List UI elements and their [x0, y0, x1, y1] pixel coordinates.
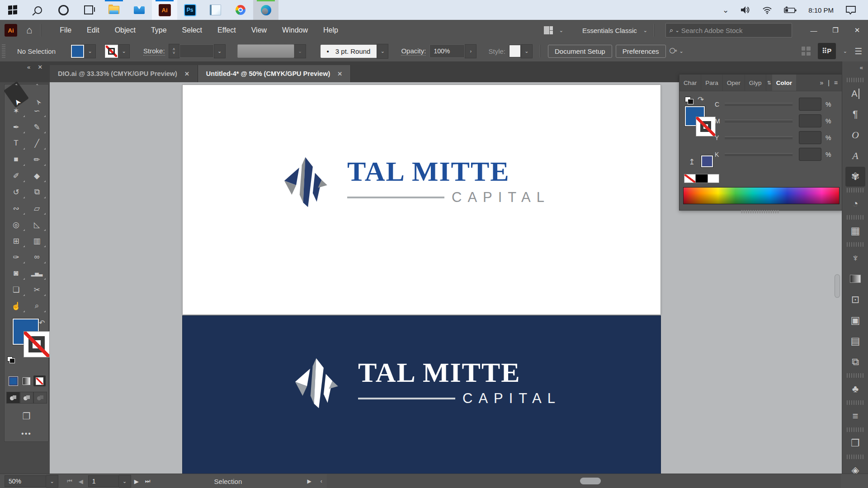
menu-item[interactable]: View: [244, 20, 274, 41]
artboard-1[interactable]: TAL MITTE CAPITAL: [183, 85, 660, 314]
artboard-dropdown-icon[interactable]: ⌄: [119, 475, 131, 488]
workspace-switcher[interactable]: Essentials Classic: [582, 27, 637, 34]
default-fill-stroke-icon[interactable]: [685, 97, 693, 103]
mail-button[interactable]: [127, 0, 152, 20]
illustrator-taskbar-button[interactable]: Ai: [152, 0, 177, 20]
opentype-panel-icon[interactable]: O: [845, 125, 865, 145]
last-color-swatch[interactable]: [701, 155, 713, 167]
artboards-panel-icon[interactable]: ❐: [845, 433, 865, 453]
properties-panel-toggle[interactable]: ⠿P: [818, 43, 836, 59]
tab-color[interactable]: Color: [772, 75, 796, 91]
previous-artboard-button[interactable]: ◀: [75, 478, 86, 485]
stroke-panel-icon[interactable]: ≡: [845, 406, 865, 426]
opacity-label[interactable]: Opacity:: [401, 47, 426, 56]
chevron-down-icon[interactable]: ⌄: [377, 44, 388, 59]
hand-tool[interactable]: ☝: [6, 298, 27, 314]
edit-toolbar-icon[interactable]: •••: [21, 430, 32, 438]
taskbar-clock[interactable]: 8:10 PM: [808, 6, 834, 14]
menu-item[interactable]: Window: [274, 20, 316, 41]
taskbar-search-button[interactable]: [25, 0, 51, 20]
menu-item[interactable]: Help: [316, 20, 346, 41]
chevron-down-icon[interactable]: ⌄: [559, 28, 563, 33]
notepad-button[interactable]: [203, 0, 228, 20]
stroke-proxy-swatch[interactable]: [24, 331, 50, 357]
swap-fill-stroke-icon[interactable]: ↶: [698, 95, 704, 104]
channel-slider[interactable]: [725, 120, 793, 122]
stroke-none-swatch[interactable]: [105, 45, 118, 58]
perspective-grid-tool[interactable]: ◺: [27, 216, 47, 233]
app-logo-icon[interactable]: Ai: [5, 24, 17, 37]
panel-menu-icon[interactable]: ≡: [834, 79, 838, 86]
artboard-tool[interactable]: ❏: [6, 282, 27, 298]
channel-slider[interactable]: [725, 103, 793, 106]
menu-item[interactable]: File: [52, 20, 79, 41]
arrange-documents-icon[interactable]: [544, 26, 553, 34]
align-panel-icon[interactable]: ▤: [845, 331, 865, 351]
chevron-down-icon[interactable]: ⌄: [843, 48, 847, 54]
style-swatch[interactable]: [509, 45, 521, 57]
color-spectrum-bar[interactable]: [683, 187, 840, 204]
paragraph-panel-icon[interactable]: ¶: [845, 104, 865, 124]
pen-tool[interactable]: ✒: [6, 119, 27, 135]
preferences-button[interactable]: Preferences: [616, 45, 666, 58]
swap-fill-stroke-icon[interactable]: ↶: [39, 319, 45, 327]
status-menu-arrow[interactable]: ▶: [302, 478, 316, 484]
free-transform-tool[interactable]: ▱: [27, 200, 47, 216]
white-swatch[interactable]: [708, 174, 719, 183]
edge-button[interactable]: [253, 0, 278, 20]
gradient-panel-icon[interactable]: [845, 269, 865, 289]
brushes-panel-icon[interactable]: ♆: [845, 248, 865, 268]
none-button[interactable]: [33, 375, 46, 386]
tab-untitled-4[interactable]: Untitled-4* @ 50% (CMYK/GPU Preview) ✕: [198, 65, 351, 82]
horizontal-scrollbar[interactable]: [327, 474, 841, 488]
paintbrush-tool[interactable]: ✏: [27, 151, 47, 168]
channel-slider[interactable]: [725, 136, 793, 139]
draw-behind-button[interactable]: [20, 392, 33, 404]
menu-item[interactable]: Effect: [210, 20, 244, 41]
menu-item[interactable]: Object: [107, 20, 143, 41]
out-of-gamut-icon[interactable]: ↥: [689, 157, 695, 167]
gradient-tool[interactable]: ▥: [27, 233, 47, 249]
eraser-tool[interactable]: ◆: [27, 168, 47, 184]
restore-button[interactable]: ❐: [825, 20, 846, 41]
home-icon[interactable]: ⌂: [26, 24, 32, 36]
symbol-sprayer-tool[interactable]: ◙: [6, 265, 27, 282]
cortana-button[interactable]: [51, 0, 76, 20]
slice-tool[interactable]: ✂: [27, 282, 47, 298]
collapse-dock-icon[interactable]: «: [27, 64, 30, 70]
channel-value-field[interactable]: [799, 98, 821, 111]
draw-normal-button[interactable]: [6, 392, 20, 404]
black-swatch[interactable]: [696, 174, 708, 183]
appearance-panel-icon[interactable]: ▣: [845, 310, 865, 330]
start-button[interactable]: [0, 0, 25, 20]
logo-dark-variant[interactable]: TAL MITTE CAPITAL: [292, 355, 561, 410]
shape-builder-tool[interactable]: ◎: [6, 216, 27, 233]
character-panel-icon[interactable]: A: [845, 84, 865, 103]
opacity-value[interactable]: 100%: [429, 44, 465, 58]
stroke-color-control[interactable]: ⌄: [105, 44, 130, 58]
artboard-number-field[interactable]: 1: [88, 475, 119, 487]
zoom-tool[interactable]: ⌕: [27, 298, 47, 314]
horizontal-scrollbar-thumb[interactable]: [580, 478, 601, 484]
gradient-button[interactable]: [20, 375, 33, 386]
magic-wand-tool[interactable]: ✶: [6, 103, 27, 119]
stroke-weight-label[interactable]: Stroke:: [143, 47, 165, 56]
file-explorer-button[interactable]: [101, 0, 127, 20]
menu-item[interactable]: Edit: [79, 20, 107, 41]
panel-resize-grip[interactable]: [741, 210, 779, 213]
stroke-weight-stepper[interactable]: ˄˅: [169, 44, 179, 58]
first-artboard-button[interactable]: ⏮: [64, 478, 75, 485]
fill-swatch[interactable]: [71, 45, 84, 58]
curvature-tool[interactable]: ✎: [27, 119, 47, 135]
channel-slider[interactable]: [725, 153, 793, 156]
action-center-icon[interactable]: [845, 5, 856, 14]
swatches-panel-icon[interactable]: ▦: [845, 221, 865, 241]
artboard-2[interactable]: TAL MITTE CAPITAL: [183, 316, 660, 474]
width-tool[interactable]: ∾: [6, 200, 27, 216]
tab-scroll-icon[interactable]: ⇅: [766, 75, 772, 91]
rotate-tool[interactable]: ↺: [6, 184, 27, 200]
line-segment-tool[interactable]: ╱: [27, 135, 47, 151]
channel-value-field[interactable]: [799, 148, 821, 161]
expand-panels-icon[interactable]: «: [860, 64, 863, 71]
color-button[interactable]: [7, 375, 19, 386]
